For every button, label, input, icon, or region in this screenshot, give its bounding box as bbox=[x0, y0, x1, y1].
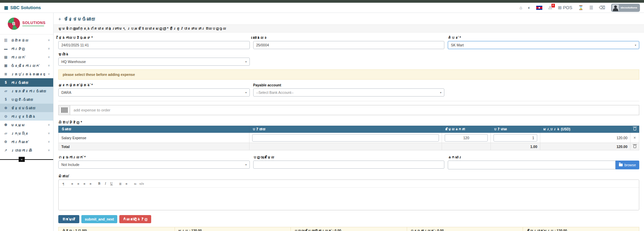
pos-grid-icon: ⊞ bbox=[558, 5, 562, 10]
discount-label: បញ្ចុះតម្លៃ bbox=[253, 155, 445, 159]
supplier-select[interactable]: DARA ▾ bbox=[58, 88, 250, 97]
app-brand[interactable]: ▦ SBC Solutions bbox=[4, 5, 41, 10]
warehouse-label: ឃ្លាំង bbox=[58, 52, 250, 56]
window-top-strip bbox=[0, 0, 644, 3]
sidebar: SOLUTIONS ||| ផលិតផល ∨ ▬ ការទិញ ∨ ▤ ការល… bbox=[0, 13, 54, 231]
underline-icon[interactable]: U bbox=[109, 181, 114, 186]
browse-button[interactable]: browse bbox=[616, 161, 639, 169]
align-right-icon[interactable]: ≡ bbox=[82, 181, 87, 186]
chevron-down-icon: ∨ bbox=[48, 72, 50, 76]
language-flag-icon[interactable] bbox=[536, 6, 542, 10]
supplier-select-value: DARA bbox=[61, 90, 71, 94]
sidebar-item-settings[interactable]: ⚙ ការកំណត់ ∨ bbox=[0, 138, 53, 146]
trash-icon[interactable] bbox=[633, 127, 636, 130]
chevron-down-icon: ∨ bbox=[48, 149, 50, 152]
link-icon[interactable]: ∞ bbox=[133, 181, 138, 186]
sales-tax-select[interactable]: Not Include ▾ bbox=[58, 161, 250, 169]
sidebar-item-purchases[interactable]: ▬ ការទិញ ∨ bbox=[0, 44, 53, 53]
totals-summary-bar: ទំនិញ : 1 (1.00) សរុប : 120.00 បញ្ចុះតម្… bbox=[58, 227, 639, 231]
alerts-icon[interactable]: ⚠ 2 bbox=[548, 5, 552, 10]
note-label: សំគាល់ bbox=[58, 174, 639, 178]
remove-row-icon[interactable]: × bbox=[633, 135, 636, 140]
sidebar-item-accounting[interactable]: ≣ គ្រប់គ្រងគណនេយ្យ ∨ bbox=[0, 70, 53, 78]
discount-input[interactable] bbox=[253, 161, 445, 169]
sidebar-item-products[interactable]: ||| ផលិតផល ∨ bbox=[0, 36, 53, 44]
date-input[interactable] bbox=[58, 41, 250, 49]
app-brand-label: SBC Solutions bbox=[10, 5, 41, 10]
italic-icon[interactable]: I bbox=[103, 181, 108, 186]
chart-icon: ↗ bbox=[3, 148, 8, 152]
company-logo[interactable]: SOLUTIONS bbox=[0, 13, 53, 35]
caret-down-icon: ▾ bbox=[635, 44, 636, 47]
zone-label: តំបន់ * bbox=[448, 36, 639, 40]
column-header-unit-price: តម្លៃឯកតា bbox=[442, 126, 491, 133]
warehouse-field-group: ឃ្លាំង HQ Warehouse ▾ bbox=[58, 52, 250, 66]
trash-icon[interactable] bbox=[633, 145, 636, 148]
circle-dot-icon: ⊙ bbox=[3, 114, 8, 118]
row-comment-input[interactable] bbox=[252, 134, 439, 142]
list-icon[interactable]: ☰ bbox=[589, 5, 593, 10]
reference-label: យោងលេខ bbox=[253, 36, 445, 40]
reference-input[interactable] bbox=[253, 41, 445, 49]
payable-account-select[interactable]: --Select Bank Account-- ▾ bbox=[253, 88, 445, 97]
sidebar-item-reports[interactable]: ↗ របាយការណ៍ ∨ bbox=[0, 146, 53, 154]
reset-button[interactable]: កំណត់ឡើងវិញ bbox=[119, 215, 151, 223]
attachment-input[interactable] bbox=[448, 161, 616, 169]
note-editor-body[interactable] bbox=[59, 188, 639, 210]
align-left-icon[interactable]: ≡ bbox=[69, 181, 75, 186]
row-unit-price-input[interactable] bbox=[445, 134, 488, 142]
chevron-down-icon: ∨ bbox=[48, 123, 50, 126]
add-expense-search-input[interactable] bbox=[70, 105, 639, 115]
align-center-icon[interactable]: ≡ bbox=[76, 181, 81, 186]
sidebar-item-pos[interactable]: ▣ ចំនុចនៃការលក់ ∨ bbox=[0, 61, 53, 70]
sidebar-item-notifications[interactable]: ⊙ ការជូនដំណឹង bbox=[0, 112, 53, 121]
logo-mark bbox=[8, 18, 20, 30]
note-editor: ¶ ≡ ≡ ≡ ≡ B I U ≣ ≡ ∞ </> bbox=[58, 180, 639, 210]
sidebar-item-people[interactable]: ⚉ មនុស្ស ∨ bbox=[0, 121, 53, 129]
home-icon[interactable]: ⌂ bbox=[520, 5, 522, 10]
logo-tagline bbox=[22, 25, 44, 26]
summary-total: សរុប : 120.00 bbox=[175, 227, 291, 231]
apps-grid-icon: ▦ bbox=[4, 5, 8, 10]
sidebar-nav: ||| ផលិតផល ∨ ▬ ការទិញ ∨ ▤ ការលក់ ∨ ▣ ចំន… bbox=[0, 35, 53, 154]
sidebar-collapse-button[interactable]: « bbox=[19, 157, 25, 162]
briefcase-icon: ▣ bbox=[3, 64, 8, 67]
code-icon[interactable]: </> bbox=[139, 181, 145, 186]
theme-contrast-icon[interactable]: ◐ bbox=[528, 5, 530, 10]
chevron-down-icon: ∨ bbox=[48, 64, 50, 67]
top-navbar: ▦ SBC Solutions ⌂ ◐ ⚠ 2 ⊞ POS ⌛ ☰ ⌫ sbcs… bbox=[0, 3, 644, 13]
sidebar-item-expense-list[interactable]: $ បញ្ជី-ចំណាយ bbox=[0, 95, 53, 104]
unordered-list-icon[interactable]: ≣ bbox=[118, 181, 123, 186]
folder-icon bbox=[619, 164, 623, 166]
expense-name-cell: Salary Expense bbox=[59, 133, 249, 143]
clear-cache-icon[interactable]: ⌫ bbox=[599, 5, 605, 10]
hourglass-icon[interactable]: ⌛ bbox=[578, 5, 583, 10]
submit-and-next-button[interactable]: submit_and_next bbox=[81, 215, 117, 223]
sidebar-item-add-expense[interactable]: ⊕ បន្ថែមចំណាយ bbox=[0, 104, 53, 112]
people-icon: ⚉ bbox=[3, 123, 8, 127]
caret-down-icon: ▾ bbox=[440, 91, 441, 94]
warehouse-select[interactable]: HQ Warehouse ▾ bbox=[58, 58, 250, 66]
paragraph-icon[interactable]: ¶ bbox=[61, 181, 66, 186]
submit-button[interactable]: ដាក់ស្នើ bbox=[58, 215, 79, 223]
divider bbox=[58, 101, 639, 101]
zone-select[interactable]: SK Mart ▾ bbox=[448, 41, 639, 49]
sidebar-item-company[interactable]: ▱ ក្រុមហ៊ុន ∨ bbox=[0, 129, 53, 138]
user-menu-button[interactable]: sbcsolutions bbox=[611, 4, 640, 12]
sidebar-item-expenses[interactable]: $ ការចំណាយ bbox=[0, 78, 53, 87]
editor-toolbar: ¶ ≡ ≡ ≡ ≡ B I U ≣ ≡ ∞ </> bbox=[59, 180, 639, 188]
align-justify-icon[interactable]: ≡ bbox=[88, 181, 93, 186]
zone-field-group: តំបន់ * SK Mart ▾ bbox=[448, 36, 639, 49]
bold-icon[interactable]: B bbox=[97, 181, 102, 186]
row-quantity-input[interactable] bbox=[494, 134, 537, 142]
warning-notice: please select these before adding expens… bbox=[58, 69, 639, 80]
ordered-list-icon[interactable]: ≡ bbox=[124, 181, 129, 186]
pos-label: POS bbox=[563, 5, 572, 10]
card-icon: ▤ bbox=[3, 55, 8, 59]
attachment-label: ឯកសារ bbox=[448, 155, 639, 159]
chevron-down-icon: ∨ bbox=[48, 39, 50, 42]
sidebar-item-sales[interactable]: ▤ ការលក់ ∨ bbox=[0, 53, 53, 61]
pos-button[interactable]: ⊞ POS bbox=[558, 5, 572, 10]
sidebar-item-expense-categories[interactable]: ▱ ប្រភេទនៃការចំណាយ bbox=[0, 87, 53, 95]
logo-title: SOLUTIONS bbox=[22, 21, 46, 25]
